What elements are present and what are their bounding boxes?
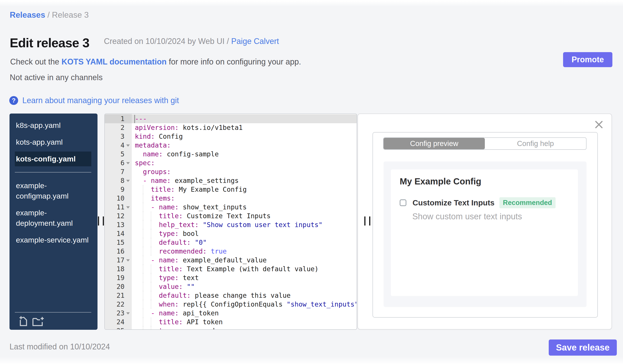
config-option-row: Customize Text Inputs Recommended bbox=[400, 197, 556, 208]
code-text: items: bbox=[135, 194, 175, 203]
code-line-1[interactable]: 1--- bbox=[105, 114, 356, 123]
intro-before: Check out the bbox=[10, 57, 62, 66]
file-item-example-deployment.yaml[interactable]: example-deployment.yaml bbox=[15, 205, 91, 231]
tab-config-preview[interactable]: Config preview bbox=[384, 138, 485, 149]
resize-handle-right[interactable] bbox=[364, 217, 371, 225]
fold-arrow-icon[interactable] bbox=[126, 144, 130, 147]
code-line-18[interactable]: 18 title: Text Example (with default val… bbox=[105, 265, 356, 273]
code-line-14[interactable]: 14 type: bool bbox=[105, 229, 356, 238]
code-text: apiVersion: kots.io/v1beta1 bbox=[135, 123, 243, 132]
sidebar-actions bbox=[15, 313, 91, 327]
customize-text-inputs-checkbox[interactable] bbox=[400, 200, 406, 206]
code-line-11[interactable]: 11 - name: show_text_inputs bbox=[105, 203, 356, 212]
fold-arrow-icon[interactable] bbox=[126, 180, 130, 182]
yaml-editor[interactable]: 1---2apiVersion: kots.io/v1beta13kind: C… bbox=[104, 114, 357, 330]
breadcrumb: Releases/Release 3 bbox=[10, 10, 89, 20]
config-option-help: Show custom user text inputs bbox=[412, 212, 522, 221]
line-number: 20 bbox=[105, 282, 124, 291]
code-line-25[interactable]: 25 type: password bbox=[105, 326, 356, 330]
file-item-example-configmap.yaml[interactable]: example-configmap.yaml bbox=[15, 178, 91, 203]
breadcrumb-separator: / bbox=[47, 10, 49, 20]
code-text: when: repl{{ ConfigOptionEquals "show_te… bbox=[135, 300, 357, 309]
fold-arrow-icon[interactable] bbox=[126, 312, 130, 315]
fold-arrow-icon[interactable] bbox=[126, 162, 130, 164]
config-option-label[interactable]: Customize Text Inputs bbox=[413, 198, 494, 207]
code-text: name: config-sample bbox=[135, 150, 219, 159]
question-circle-icon: ? bbox=[9, 96, 18, 105]
code-line-4[interactable]: 4metadata: bbox=[105, 141, 356, 150]
code-line-23[interactable]: 23 - name: api_token bbox=[105, 309, 356, 318]
code-line-12[interactable]: 12 title: Customize Text Inputs bbox=[105, 212, 356, 221]
code-text: --- bbox=[135, 114, 147, 123]
code-line-20[interactable]: 20 value: "" bbox=[105, 282, 356, 291]
file-item-kots-app.yaml[interactable]: kots-app.yaml bbox=[15, 135, 91, 150]
line-number: 11 bbox=[105, 203, 124, 212]
new-file-button[interactable] bbox=[19, 316, 28, 327]
new-folder-button[interactable] bbox=[32, 316, 45, 327]
close-button[interactable] bbox=[595, 121, 603, 128]
code-text: default: please change this value bbox=[135, 291, 290, 300]
code-text: title: My Example Config bbox=[135, 185, 247, 194]
line-number: 24 bbox=[105, 318, 124, 326]
channel-status: Not active in any channels bbox=[10, 73, 103, 82]
code-line-5[interactable]: 5 name: config-sample bbox=[105, 150, 356, 159]
file-item-kots-config.yaml[interactable]: kots-config.yaml bbox=[15, 152, 91, 166]
code-line-8[interactable]: 8 - name: example_settings bbox=[105, 176, 356, 185]
line-number: 22 bbox=[105, 300, 124, 309]
tab-config-help[interactable]: Config help bbox=[485, 138, 586, 149]
promote-button[interactable]: Promote bbox=[563, 52, 612, 67]
code-line-7[interactable]: 7 groups: bbox=[105, 167, 356, 176]
code-text: title: Customize Text Inputs bbox=[135, 212, 271, 221]
code-line-3[interactable]: 3kind: Config bbox=[105, 132, 356, 141]
line-number: 23 bbox=[105, 309, 124, 318]
file-list: k8s-app.yamlkots-app.yamlkots-config.yam… bbox=[9, 114, 97, 247]
config-group-title: My Example Config bbox=[400, 177, 481, 186]
close-icon bbox=[595, 121, 603, 128]
config-preview-panel: Config previewConfig help My Example Con… bbox=[357, 114, 612, 329]
new-folder-icon bbox=[32, 316, 45, 326]
code-line-10[interactable]: 10 items: bbox=[105, 194, 356, 203]
fold-arrow-icon[interactable] bbox=[126, 206, 130, 208]
code-line-17[interactable]: 17 - name: example_default_value bbox=[105, 256, 356, 265]
breadcrumb-releases-link[interactable]: Releases bbox=[10, 10, 45, 20]
code-line-19[interactable]: 19 type: text bbox=[105, 273, 356, 282]
line-number: 2 bbox=[105, 123, 124, 132]
code-line-21[interactable]: 21 default: please change this value bbox=[105, 291, 356, 300]
code-text: type: bool bbox=[135, 229, 199, 238]
line-number: 17 bbox=[105, 256, 124, 265]
line-number: 12 bbox=[105, 212, 124, 221]
text-cursor bbox=[134, 115, 135, 123]
file-sidebar: k8s-app.yamlkots-app.yamlkots-config.yam… bbox=[9, 114, 97, 330]
fold-arrow-icon[interactable] bbox=[126, 259, 130, 262]
line-number: 21 bbox=[105, 291, 124, 300]
learn-git-link[interactable]: Learn about managing your releases with … bbox=[22, 96, 179, 105]
code-line-6[interactable]: 6spec: bbox=[105, 159, 356, 167]
resize-bar bbox=[98, 217, 99, 225]
last-modified-text: Last modified on 10/10/2024 bbox=[9, 342, 110, 351]
code-text: - name: example_default_value bbox=[135, 256, 267, 265]
line-number: 6 bbox=[105, 159, 124, 167]
code-line-9[interactable]: 9 title: My Example Config bbox=[105, 185, 356, 194]
code-text: value: "" bbox=[135, 282, 195, 291]
code-line-22[interactable]: 22 when: repl{{ ConfigOptionEquals "show… bbox=[105, 300, 356, 309]
code-line-24[interactable]: 24 title: API token bbox=[105, 318, 356, 326]
file-list-divider bbox=[15, 172, 91, 173]
code-line-15[interactable]: 15 default: "0" bbox=[105, 238, 356, 247]
top-fade bbox=[0, 0, 623, 7]
resize-handle-left[interactable] bbox=[98, 217, 104, 225]
kots-yaml-doc-link[interactable]: KOTS YAML documentation bbox=[62, 57, 166, 66]
created-author-link[interactable]: Paige Calvert bbox=[231, 37, 279, 46]
resize-bar bbox=[369, 217, 370, 225]
code-line-13[interactable]: 13 help_text: "Show custom user text inp… bbox=[105, 221, 356, 229]
line-number: 18 bbox=[105, 265, 124, 273]
line-number: 19 bbox=[105, 273, 124, 282]
file-item-example-service.yaml[interactable]: example-service.yaml bbox=[15, 233, 91, 247]
code-text: - name: api_token bbox=[135, 309, 219, 318]
line-number: 7 bbox=[105, 167, 124, 176]
code-line-2[interactable]: 2apiVersion: kots.io/v1beta1 bbox=[105, 123, 356, 132]
code-line-16[interactable]: 16 recommended: true bbox=[105, 247, 356, 256]
save-release-button[interactable]: Save release bbox=[549, 340, 617, 356]
file-item-k8s-app.yaml[interactable]: k8s-app.yaml bbox=[15, 118, 91, 133]
line-number: 10 bbox=[105, 194, 124, 203]
resize-bar bbox=[103, 217, 104, 225]
